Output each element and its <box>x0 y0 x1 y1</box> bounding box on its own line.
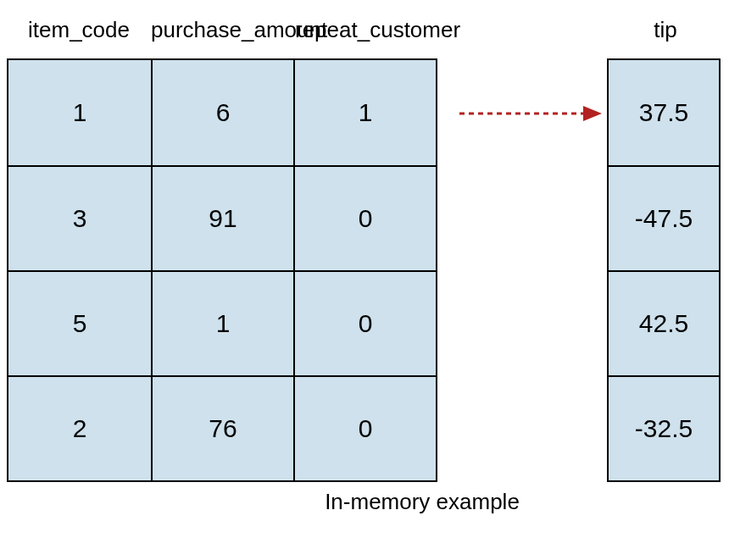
table-row: -32.5 <box>609 375 719 480</box>
header-spacer <box>439 17 609 43</box>
features-table: 1 6 1 3 91 0 5 1 0 2 76 0 <box>7 58 437 482</box>
cell-tip: -32.5 <box>609 375 719 480</box>
cell-item-code: 5 <box>8 270 151 375</box>
cell-purchase-amount: 6 <box>151 60 293 165</box>
cell-repeat-customer: 0 <box>293 165 436 270</box>
cell-purchase-amount: 91 <box>151 165 293 270</box>
header-purchase-amount: purchase_amount <box>151 17 295 43</box>
table-row: 37.5 <box>609 60 719 165</box>
table-row: 42.5 <box>609 270 719 375</box>
cell-item-code: 3 <box>8 165 151 270</box>
header-row: item_code purchase_amount repeat_custome… <box>7 17 722 43</box>
header-tip: tip <box>609 17 722 43</box>
table-row: 2 76 0 <box>8 375 436 480</box>
table-row: 5 1 0 <box>8 270 436 375</box>
cell-tip: 37.5 <box>609 60 719 165</box>
cell-repeat-customer: 0 <box>293 270 436 375</box>
table-row: 1 6 1 <box>8 60 436 165</box>
cell-item-code: 2 <box>8 375 151 480</box>
cell-tip: 42.5 <box>609 270 719 375</box>
cell-repeat-customer: 1 <box>293 60 436 165</box>
table-row: 3 91 0 <box>8 165 436 270</box>
header-repeat-customer: repeat_customer <box>295 17 439 43</box>
cell-repeat-customer: 0 <box>293 375 436 480</box>
cell-purchase-amount: 1 <box>151 270 293 375</box>
header-item-code: item_code <box>7 17 151 43</box>
target-table: 37.5 -47.5 42.5 -32.5 <box>607 58 721 482</box>
table-row: -47.5 <box>609 165 719 270</box>
footer-row: In-memory example <box>7 489 722 515</box>
diagram-container: item_code purchase_amount repeat_custome… <box>7 17 722 515</box>
footer-spacer <box>7 489 295 515</box>
cell-item-code: 1 <box>8 60 151 165</box>
cell-tip: -47.5 <box>609 165 719 270</box>
cell-purchase-amount: 76 <box>151 375 293 480</box>
body-area: 1 6 1 3 91 0 5 1 0 2 76 0 37.5 <box>7 58 722 482</box>
footer-label: In-memory example <box>295 489 549 515</box>
